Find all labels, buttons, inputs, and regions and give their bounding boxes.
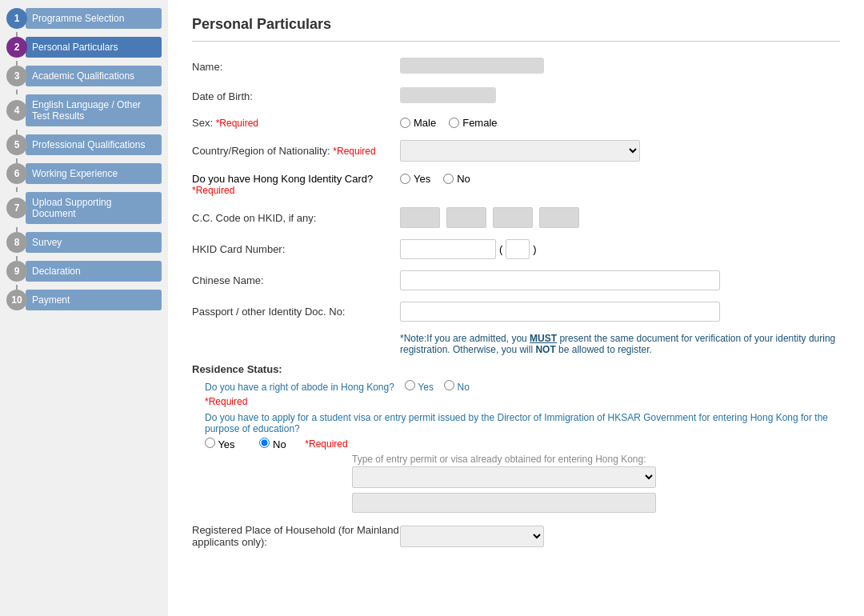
sidebar-item-label-10: Payment <box>26 290 162 310</box>
sex-female-label[interactable]: Female <box>449 117 497 129</box>
sidebar-item-declaration[interactable]: 9 Declaration <box>6 261 162 282</box>
passport-control <box>400 302 840 322</box>
sex-required: *Required <box>216 118 258 129</box>
note-not: NOT <box>535 344 555 355</box>
sex-male-label[interactable]: Male <box>400 117 436 129</box>
sex-control: Male Female <box>400 117 840 129</box>
sidebar-item-working[interactable]: 6 Working Experience <box>6 163 162 184</box>
hkid-no-label[interactable]: No <box>443 173 470 185</box>
dob-value-area <box>400 87 840 106</box>
visa-radio-row: Yes No *Required <box>205 438 840 450</box>
registered-place-label: Registered Place of Household (for Mainl… <box>192 524 400 548</box>
residence-title: Residence Status: <box>192 363 840 375</box>
sidebar-item-upload[interactable]: 7 Upload Supporting Document <box>6 192 162 224</box>
hkid-question-row: Do you have Hong Kong Identity Card? *Re… <box>192 173 840 196</box>
chinese-name-row: Chinese Name: <box>192 270 840 290</box>
hkid-main-input[interactable] <box>400 239 496 259</box>
cc-box-3[interactable] <box>493 207 533 228</box>
hkid-check-input[interactable] <box>506 239 530 259</box>
visa-type-area: Type of entry permit or visa already obt… <box>352 454 840 488</box>
step-circle-3: 3 <box>6 66 27 86</box>
cc-code-label: C.C. Code on HKID, if any: <box>192 212 400 224</box>
hkid-question-label-col: Do you have Hong Kong Identity Card? *Re… <box>192 173 400 196</box>
visa-type-select[interactable] <box>352 466 656 488</box>
chinese-name-label: Chinese Name: <box>192 274 400 286</box>
hkid-number-container: ( ) <box>400 239 840 259</box>
residence-q2-text: Do you have to apply for a student visa … <box>205 412 828 434</box>
sidebar-item-personal-particulars[interactable]: 2 Personal Particulars <box>6 37 162 58</box>
nationality-required: *Required <box>333 146 375 157</box>
name-value-area <box>400 58 840 76</box>
hkid-yes-label[interactable]: Yes <box>400 173 430 185</box>
visa-no-label[interactable]: No <box>259 438 286 450</box>
step-circle-10: 10 <box>6 290 27 310</box>
sidebar-item-english[interactable]: 4 English Language / Other Test Results <box>6 94 162 126</box>
hkid-number-control: ( ) <box>400 239 840 259</box>
step-circle-4: 4 <box>6 100 27 121</box>
abode-yes-label[interactable]: Yes <box>405 382 436 393</box>
hkid-paren-close: ) <box>533 243 536 255</box>
sex-row: Sex: *Required Male Female <box>192 117 840 129</box>
sidebar-item-payment[interactable]: 10 Payment <box>6 290 162 310</box>
sidebar-item-professional[interactable]: 5 Professional Qualifications <box>6 134 162 155</box>
sidebar-item-label-2: Personal Particulars <box>26 37 162 58</box>
hkid-paren-open: ( <box>499 243 502 255</box>
step-circle-7: 7 <box>6 198 27 218</box>
abode-no-radio[interactable] <box>444 380 454 390</box>
visa-text-input[interactable] <box>352 493 656 513</box>
sidebar-item-label-6: Working Experience <box>26 163 162 184</box>
abode-no-label[interactable]: No <box>444 382 470 393</box>
sidebar-item-label-7: Upload Supporting Document <box>26 192 162 224</box>
abode-required: *Required <box>205 396 840 407</box>
visa-text-area <box>352 493 840 513</box>
sidebar-item-label-5: Professional Qualifications <box>26 134 162 155</box>
cc-box-1[interactable] <box>400 207 440 228</box>
abode-yes-text: Yes <box>418 382 434 393</box>
residence-section: Residence Status: Do you have a right of… <box>192 363 840 513</box>
nationality-label-text: Country/Region of Nationality: <box>192 145 330 157</box>
visa-no-text: No <box>273 438 286 450</box>
cc-code-control <box>400 207 840 228</box>
sidebar-item-programme-selection[interactable]: 1 Programme Selection <box>6 8 162 29</box>
sex-label-col: Sex: *Required <box>192 117 400 129</box>
sidebar-item-academic[interactable]: 3 Academic Qualifications <box>6 66 162 86</box>
registered-place-row: Registered Place of Household (for Mainl… <box>192 524 840 548</box>
name-row: Name: <box>192 58 840 76</box>
sex-male-radio[interactable] <box>400 118 410 128</box>
name-label: Name: <box>192 61 400 73</box>
cc-box-2[interactable] <box>446 207 486 228</box>
dob-row: Date of Birth: <box>192 87 840 106</box>
note-must: MUST <box>530 333 557 344</box>
sex-female-radio[interactable] <box>449 118 459 128</box>
nationality-select[interactable] <box>400 140 640 162</box>
hkid-no-text: No <box>457 173 470 185</box>
hkid-question-label: Do you have Hong Kong Identity Card? <box>192 173 400 185</box>
identity-note: *Note:If you are admitted, you MUST pres… <box>400 333 840 355</box>
main-content: Personal Particulars Name: Date of Birth… <box>168 0 864 616</box>
sidebar-item-survey[interactable]: 8 Survey <box>6 232 162 253</box>
visa-no-radio[interactable] <box>259 438 270 448</box>
step-circle-2: 2 <box>6 37 27 58</box>
residence-q1-text: Do you have a right of abode in Hong Kon… <box>205 382 394 393</box>
visa-yes-label[interactable]: Yes <box>205 438 235 450</box>
hkid-required: *Required <box>192 185 400 196</box>
sidebar: 1 Programme Selection 2 Personal Particu… <box>0 0 168 616</box>
hkid-yes-radio[interactable] <box>400 174 410 184</box>
sidebar-item-label-1: Programme Selection <box>26 8 162 29</box>
cc-box-4[interactable] <box>539 207 579 228</box>
cc-code-row: C.C. Code on HKID, if any: <box>192 207 840 228</box>
abode-yes-radio[interactable] <box>405 380 415 390</box>
registered-place-select[interactable] <box>400 526 544 547</box>
dob-display <box>400 87 496 103</box>
residence-q1: Do you have a right of abode in Hong Kon… <box>205 380 840 393</box>
passport-input[interactable] <box>400 302 720 322</box>
sex-male-text: Male <box>414 117 436 129</box>
hkid-no-radio[interactable] <box>443 174 454 184</box>
visa-required: *Required <box>305 438 347 450</box>
abode-no-text: No <box>458 382 470 393</box>
passport-label: Passport / other Identity Doc. No: <box>192 306 400 318</box>
step-circle-1: 1 <box>6 8 27 29</box>
visa-yes-radio[interactable] <box>205 438 215 448</box>
sidebar-item-label-8: Survey <box>26 232 162 253</box>
chinese-name-input[interactable] <box>400 270 720 290</box>
